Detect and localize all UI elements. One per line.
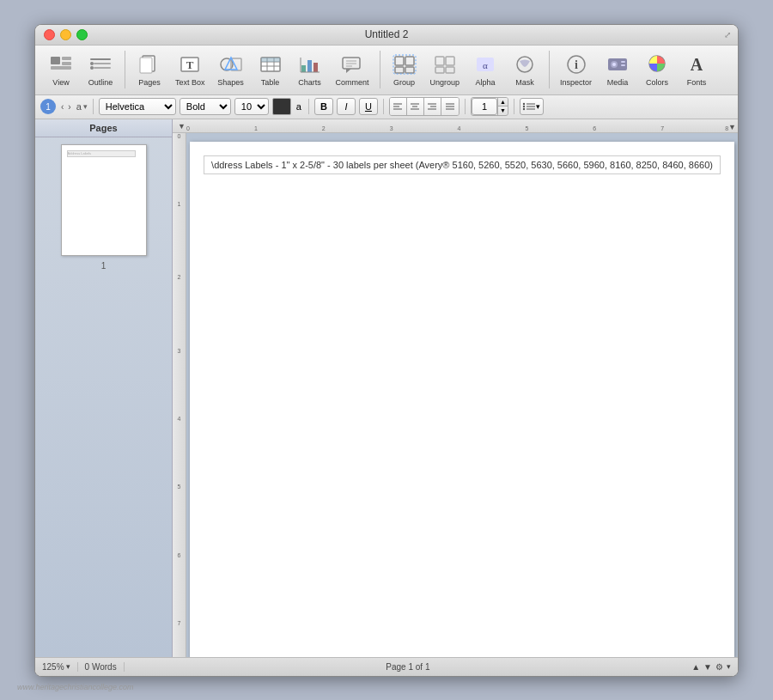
align-right-btn[interactable] [424, 98, 441, 115]
view-label: View [52, 78, 69, 87]
nav-prev-arrow[interactable]: ‹ [59, 100, 65, 113]
zoom-value: 125% [42, 662, 64, 672]
nav-next-arrow[interactable]: › [66, 100, 72, 113]
thumb-label-row: Address Labels [67, 150, 136, 157]
toolbar-group-colors[interactable]: Colors [638, 51, 676, 88]
svg-rect-41 [446, 57, 454, 65]
toolbar-group-pages[interactable]: Pages [131, 51, 168, 88]
ungroup-label: Ungroup [430, 78, 460, 87]
view-icon [47, 52, 75, 76]
align-left-btn[interactable] [390, 98, 407, 115]
page-nav-arrows[interactable]: ‹ › [59, 100, 73, 113]
align-justify-btn[interactable] [441, 98, 459, 115]
line-spacing-control[interactable]: ▲ ▼ [471, 97, 508, 116]
ruler-mark-3: 3 [390, 125, 393, 131]
comment-label: Comment [336, 78, 369, 87]
line-spacing-down[interactable]: ▼ [498, 107, 508, 114]
font-color-box[interactable] [272, 98, 291, 115]
toolbar-group-outline[interactable]: Outline [82, 51, 119, 88]
settings-icon[interactable]: ⚙ [715, 662, 723, 672]
page-badge: 1 [40, 99, 56, 114]
toolbar-group-mask[interactable]: Mask [506, 51, 544, 88]
toolbar-group-group[interactable]: Group [386, 51, 423, 88]
shapes-icon [217, 52, 245, 76]
toolbar-group-table[interactable]: Table [252, 51, 289, 88]
mask-icon [511, 52, 539, 76]
line-spacing-input[interactable] [472, 98, 497, 115]
fonts-label: Fonts [687, 78, 707, 87]
svg-rect-35 [395, 57, 404, 65]
toolbar-group-inspector[interactable]: i Inspector [555, 51, 597, 88]
main-window: Untitled 2 ⤢ View [34, 24, 739, 677]
v-ruler-3: 3 [173, 348, 186, 354]
svg-text:α: α [483, 60, 488, 70]
svg-point-73 [523, 108, 525, 110]
document-page[interactable]: \ddress Labels - 1" x 2-5/8" - 30 labels… [190, 142, 734, 657]
svg-rect-43 [446, 67, 454, 73]
alpha-dropdown-arrow[interactable]: ▾ [83, 102, 88, 111]
svg-rect-13 [140, 58, 152, 73]
close-button[interactable] [44, 29, 55, 40]
toolbar-group-charts[interactable]: Charts [291, 51, 329, 88]
alpha-char: a [76, 101, 82, 112]
horizontal-ruler: ▼ 0 1 2 3 4 5 6 7 8 ▼ [173, 119, 738, 133]
toolbar-group-textbox[interactable]: T Text Box [170, 51, 210, 88]
ruler-mark-6: 6 [593, 125, 596, 131]
alpha-icon: α [472, 52, 499, 76]
svg-rect-24 [261, 58, 280, 62]
fmt-sep-1 [93, 99, 94, 114]
svg-rect-6 [94, 67, 111, 69]
font-size-select[interactable]: 10 [234, 98, 269, 115]
toolbar-sep-1 [125, 51, 125, 88]
v-ruler-7: 7 [173, 620, 186, 626]
svg-rect-27 [313, 63, 318, 72]
list-style-button[interactable]: ▾ [520, 98, 544, 115]
nav-up-icon[interactable]: ▲ [691, 662, 700, 672]
svg-rect-2 [62, 62, 71, 65]
page-indicator: Page 1 of 1 [131, 662, 685, 672]
minimize-button[interactable] [60, 29, 71, 40]
list-style-arrow[interactable]: ▾ [536, 102, 540, 111]
v-ruler-4: 4 [173, 416, 186, 422]
svg-point-51 [612, 63, 616, 66]
zoom-dropdown-arrow[interactable]: ▾ [66, 662, 70, 671]
window-controls [44, 29, 88, 40]
toolbar-group-shapes[interactable]: Shapes [212, 51, 250, 88]
scrollable-doc-area[interactable]: \ddress Labels - 1" x 2-5/8" - 30 labels… [186, 133, 738, 657]
toolbar-group-view[interactable]: View [42, 51, 80, 88]
nav-down-icon[interactable]: ▼ [703, 662, 712, 672]
page-thumbnail-1[interactable]: Address Labels [61, 144, 147, 256]
v-ruler-2: 2 [173, 274, 186, 280]
charts-icon [296, 52, 324, 76]
toolbar-group-fonts[interactable]: A Fonts [678, 51, 715, 88]
toolbar-group-ungroup[interactable]: Ungroup [425, 51, 466, 88]
align-center-btn[interactable] [407, 98, 424, 115]
status-right-controls: ▲ ▼ ⚙ ▾ [691, 662, 731, 672]
ruler-mark-0: 0 [186, 125, 190, 131]
font-style-select[interactable]: Bold [180, 98, 231, 115]
settings-dropdown[interactable]: ▾ [727, 662, 731, 671]
bold-button[interactable]: B [314, 98, 333, 115]
toolbar-group-comment[interactable]: Comment [331, 51, 374, 88]
status-bar: 125% ▾ 0 Words Page 1 of 1 ▲ ▼ ⚙ ▾ [35, 657, 738, 676]
fmt-sep-2 [308, 99, 309, 114]
svg-rect-1 [62, 57, 71, 60]
mask-label: Mask [515, 78, 534, 87]
toolbar-group-media[interactable]: Media [599, 51, 636, 88]
zoom-control[interactable]: 125% ▾ [42, 662, 70, 672]
shapes-label: Shapes [217, 78, 244, 87]
table-label: Table [261, 78, 280, 87]
line-spacing-up[interactable]: ▲ [498, 98, 508, 107]
main-toolbar: View Outline [35, 46, 738, 95]
font-select[interactable]: Helvetica [99, 98, 176, 115]
maximize-button[interactable] [76, 29, 88, 40]
italic-button[interactable]: I [337, 98, 356, 115]
toolbar-group-alpha[interactable]: α Alpha [466, 51, 504, 88]
svg-rect-4 [90, 58, 111, 60]
ruler-mark-1: 1 [254, 125, 258, 131]
sidebar-pages-list: Address Labels 1 [35, 137, 172, 277]
underline-button[interactable]: U [359, 98, 378, 115]
v-ruler-1: 1 [173, 201, 186, 207]
alpha-selector[interactable]: a ▾ [76, 101, 88, 112]
line-spacing-arrows: ▲ ▼ [497, 98, 508, 115]
